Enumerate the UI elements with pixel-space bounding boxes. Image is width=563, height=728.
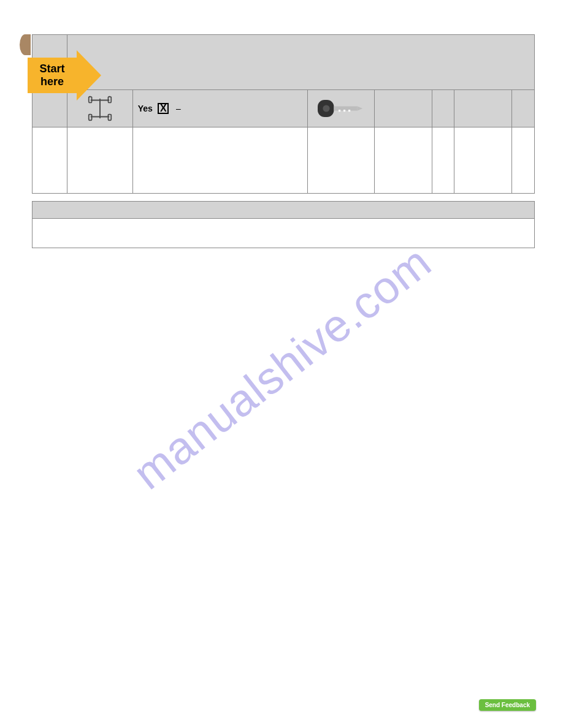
svg-marker-10 [357,106,362,110]
sub-col-d [512,90,535,127]
sub-col-c [454,90,512,127]
send-feedback-button[interactable]: Send Feedback [479,699,536,711]
body-col-d [512,127,535,194]
svg-rect-13 [348,110,350,112]
body-chassis [67,127,132,194]
yes-wrap: Yes – [138,103,302,114]
notes-body-row [33,219,535,248]
notes-header-row [33,202,535,219]
start-here-callout: Start here [28,50,101,100]
hdr-span [67,35,534,90]
sub-col-a [374,90,432,127]
notes-table [32,201,535,248]
body-col-a [374,127,432,194]
table-header-row [33,35,535,90]
table-body-row [33,127,535,194]
notes-header [33,202,535,219]
dash-label: – [176,104,181,113]
start-here-body: Start here [28,58,77,93]
svg-rect-12 [343,110,345,112]
body-make [33,127,67,194]
body-col-c [454,127,512,194]
watermark-text: manualshive.com [123,236,441,500]
svg-rect-4 [108,97,111,103]
start-here-line2: here [40,75,64,88]
body-key [307,127,374,194]
svg-rect-11 [339,110,340,112]
start-here-arrowhead [77,50,101,100]
page-content: Yes – [32,34,535,248]
svg-rect-5 [89,115,92,121]
sub-col-b [432,90,454,127]
body-col-b [432,127,454,194]
vehicle-table: Yes – [32,34,535,194]
svg-rect-6 [108,115,111,121]
notes-body [33,219,535,248]
sub-yes: Yes – [132,90,307,127]
svg-point-8 [323,105,329,112]
checkbox-x-icon [158,103,169,114]
table-subheader-row: Yes – [33,90,535,127]
yes-label: Yes [138,104,153,113]
body-yes [132,127,307,194]
svg-rect-9 [334,106,357,110]
start-here-line1: Start [39,63,64,75]
key-icon [307,90,374,127]
